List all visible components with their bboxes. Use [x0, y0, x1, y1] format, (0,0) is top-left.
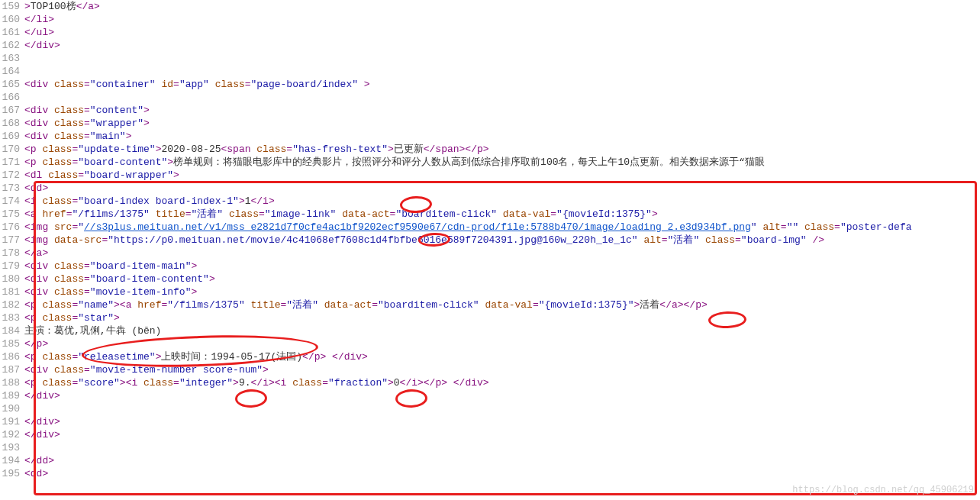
- code-line[interactable]: 180 <div class="board-item-content">: [0, 273, 980, 285]
- token: "content": [90, 105, 143, 116]
- code-content[interactable]: <img src="//s3plus.meituan.net/v1/mss_e2…: [24, 221, 912, 234]
- code-line[interactable]: 187 <div class="movie-item-number score-…: [0, 363, 980, 376]
- code-line[interactable]: 179 <div class="board-item-main">: [0, 260, 980, 273]
- code-line[interactable]: 193: [0, 441, 980, 454]
- code-content[interactable]: </p>: [24, 337, 48, 350]
- code-content[interactable]: </dd>: [24, 454, 54, 467]
- token: [245, 299, 251, 311]
- token: class: [804, 221, 834, 233]
- code-content[interactable]: <i class="board-index board-index-1">1</…: [24, 195, 275, 208]
- code-content[interactable]: </div>: [24, 389, 60, 402]
- code-content[interactable]: </a>: [24, 247, 48, 260]
- code-line[interactable]: 181 <div class="movie-item-info">: [0, 285, 980, 298]
- code-line[interactable]: 188<p class="score"><i class="integer">9…: [0, 376, 980, 389]
- code-line[interactable]: 159 >TOP100榜</a>: [0, 0, 980, 13]
- code-line[interactable]: 194 </dd>: [0, 454, 980, 467]
- token: class: [54, 273, 84, 285]
- code-content[interactable]: <div class="board-item-content">: [24, 273, 215, 285]
- code-content[interactable]: <p class="board-content">榜单规则：将猫眼电影库中的经典…: [24, 156, 765, 169]
- code-line[interactable]: 182 <p class="name"><a href="/films/1375…: [0, 298, 980, 311]
- code-content[interactable]: <a href="/films/1375" title="活着" class="…: [24, 208, 658, 221]
- code-line[interactable]: 163: [0, 52, 980, 65]
- code-content[interactable]: 主演：葛优,巩俐,牛犇 (bēn): [24, 324, 161, 337]
- token: class: [292, 377, 322, 389]
- code-line[interactable]: 165 <div class="container" id="app" clas…: [0, 78, 980, 91]
- line-number: 183: [0, 311, 24, 324]
- code-content[interactable]: </ul>: [24, 26, 54, 39]
- code-line[interactable]: 190: [0, 402, 980, 415]
- code-content[interactable]: <img data-src="https://p0.meituan.net/mo…: [24, 234, 824, 247]
- token: <div: [24, 273, 54, 285]
- token: "https://p0.meituan.net/movie/4c41068ef7…: [108, 234, 637, 246]
- token: =: [185, 208, 192, 220]
- code-line[interactable]: 176 <img src="//s3plus.meituan.net/v1/ms…: [0, 221, 980, 234]
- code-line[interactable]: 192 </div>: [0, 428, 980, 441]
- token: <div: [24, 131, 54, 142]
- code-line[interactable]: 167 <div class="content">: [0, 104, 980, 117]
- code-content[interactable]: <p class="name"><a href="/films/1375" ti…: [24, 298, 708, 311]
- code-content[interactable]: </div>: [24, 428, 60, 441]
- watermark: https://blog.csdn.net/qq_45906219: [792, 485, 974, 495]
- code-content[interactable]: <p class="update-time">2020-08-25<span c…: [24, 143, 489, 156]
- code-content[interactable]: <div class="board-item-main">: [24, 260, 197, 273]
- code-line[interactable]: 166: [0, 91, 980, 104]
- code-content[interactable]: <div class="main">: [24, 130, 131, 143]
- code-content[interactable]: <div class="container" id="app" class="p…: [24, 78, 370, 91]
- code-content[interactable]: <p class="star">: [24, 311, 120, 324]
- code-line[interactable]: 177 <img data-src="https://p0.meituan.ne…: [0, 234, 980, 247]
- token: >: [191, 286, 197, 298]
- code-content[interactable]: <dd>: [24, 467, 48, 480]
- token: [318, 299, 324, 311]
- code-line[interactable]: 168 <div class="wrapper">: [0, 117, 980, 130]
- code-line[interactable]: 171 <p class="board-content">榜单规则：将猫眼电影库…: [0, 156, 980, 169]
- code-line[interactable]: 174 <i class="board-index board-index-1"…: [0, 195, 980, 208]
- code-content[interactable]: </div>: [24, 39, 60, 52]
- token: >: [388, 377, 394, 389]
- code-line[interactable]: 160 </li>: [0, 13, 980, 26]
- token: <dl: [24, 169, 48, 181]
- code-content[interactable]: <div class="content">: [24, 104, 150, 117]
- code-content[interactable]: <div class="movie-item-number score-num"…: [24, 363, 269, 376]
- line-number: 180: [0, 273, 24, 285]
- code-line[interactable]: 173 <dd>: [0, 182, 980, 195]
- code-line[interactable]: 162 </div>: [0, 39, 980, 52]
- code-line[interactable]: 164: [0, 65, 980, 78]
- code-line[interactable]: 189 </div>: [0, 389, 980, 402]
- code-content[interactable]: <div class="wrapper">: [24, 117, 150, 130]
- line-number: 170: [0, 143, 24, 156]
- code-content[interactable]: <p class="score"><i class="integer">9.</…: [24, 376, 489, 389]
- code-line[interactable]: 169 <div class="main">: [0, 130, 980, 143]
- code-content[interactable]: </div>: [24, 415, 60, 428]
- code-content[interactable]: <dl class="board-wrapper">: [24, 169, 179, 182]
- line-number: 177: [0, 234, 24, 247]
- line-number: 194: [0, 454, 24, 467]
- code-line[interactable]: 178 </a>: [0, 247, 980, 260]
- code-line[interactable]: 195 <dd>: [0, 467, 980, 480]
- code-line[interactable]: 183 <p class="star">: [0, 311, 980, 324]
- token: "": [787, 221, 799, 233]
- code-line[interactable]: 161 </ul>: [0, 26, 980, 39]
- token: <img: [24, 221, 54, 233]
- token: href: [137, 299, 161, 311]
- code-content[interactable]: </li>: [24, 13, 54, 26]
- token: "{movieId:1375}": [539, 299, 634, 311]
- code-content[interactable]: <p class="releasetime">上映时间：1994-05-17(法…: [24, 350, 368, 363]
- token: </div>: [24, 416, 60, 427]
- code-line[interactable]: 191 </div>: [0, 415, 980, 428]
- code-line[interactable]: 186<p class="releasetime">上映时间：1994-05-1…: [0, 350, 980, 363]
- code-content[interactable]: <dd>: [24, 182, 48, 195]
- token: </dd>: [24, 455, 54, 466]
- line-number: 182: [0, 298, 24, 311]
- url-link[interactable]: //s3plus.meituan.net/v1/mss_e2821d7f0cfe…: [84, 221, 751, 233]
- code-editor[interactable]: 159 >TOP100榜</a>160 </li>161 </ul>162 </…: [0, 0, 980, 480]
- code-line[interactable]: 175 <a href="/films/1375" title="活着" cla…: [0, 208, 980, 221]
- token: ": [78, 221, 84, 233]
- code-content[interactable]: <div class="movie-item-info">: [24, 285, 197, 298]
- code-line[interactable]: 170 <p class="update-time">2020-08-25<sp…: [0, 143, 980, 156]
- code-line[interactable]: 184 主演：葛优,巩俐,牛犇 (bēn): [0, 324, 980, 337]
- code-line[interactable]: 172 <dl class="board-wrapper">: [0, 169, 980, 182]
- code-line[interactable]: 185 </p>: [0, 337, 980, 350]
- code-content[interactable]: >TOP100榜</a>: [24, 0, 100, 13]
- token: </i></p> </div>: [400, 377, 489, 389]
- token: >: [191, 260, 197, 272]
